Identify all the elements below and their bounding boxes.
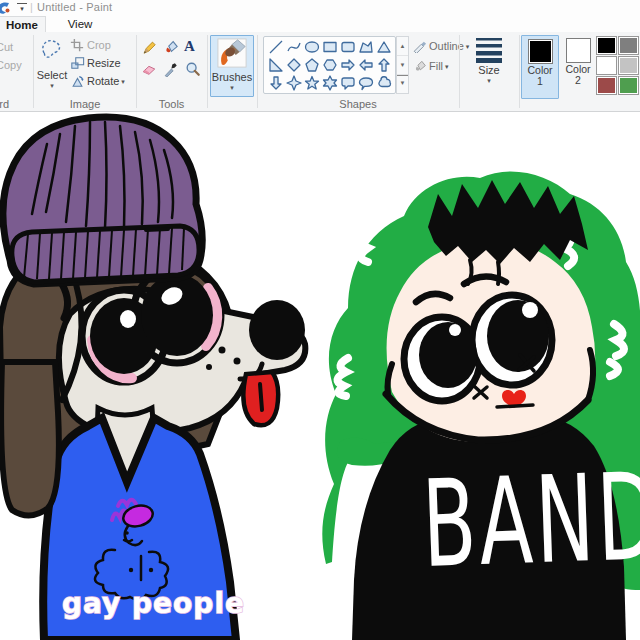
shape-five-point-star-icon[interactable] xyxy=(303,74,320,91)
shape-cloud-callout-icon[interactable] xyxy=(375,74,392,91)
group-clipboard: ✂Cut ⧉Copy Clipboard xyxy=(0,32,37,111)
shape-four-point-star-icon[interactable] xyxy=(285,74,302,91)
group-tools: A Tools xyxy=(138,32,205,111)
palette-swatch[interactable] xyxy=(596,76,617,95)
shape-pentagon-icon[interactable] xyxy=(303,56,320,73)
shape-six-point-star-icon[interactable] xyxy=(321,74,338,91)
person-drawing: BAND xyxy=(322,171,640,640)
select-button[interactable]: Select▾ xyxy=(36,36,68,89)
shapes-more-icon[interactable]: ▼ xyxy=(397,75,408,92)
shape-up-arrow-icon[interactable] xyxy=(375,56,392,73)
qat-customize-icon[interactable]: ▾ xyxy=(17,3,27,14)
shape-curve-icon[interactable] xyxy=(285,38,302,55)
shape-oval-icon[interactable] xyxy=(303,38,320,55)
palette-swatch[interactable] xyxy=(618,36,639,55)
dog-nose xyxy=(249,300,305,360)
shape-rounded-callout-icon[interactable] xyxy=(339,74,356,91)
shape-right-triangle-icon[interactable] xyxy=(267,56,284,73)
dog-shirt-text: gay people xyxy=(62,587,245,620)
magnifier-tool[interactable] xyxy=(184,61,201,78)
group-label-tools: Tools xyxy=(138,98,205,110)
shape-triangle-icon[interactable] xyxy=(375,38,392,55)
color1-swatch xyxy=(528,39,553,64)
eraser-tool[interactable] xyxy=(140,61,157,78)
shape-left-arrow-icon[interactable] xyxy=(357,56,374,73)
group-brushes: Brushes▾ xyxy=(209,32,255,111)
shape-rectangle-icon[interactable] xyxy=(321,38,338,55)
brush-icon xyxy=(217,38,247,68)
group-label-clipboard: Clipboard xyxy=(0,98,8,110)
tab-view[interactable]: View xyxy=(58,16,102,32)
palette-swatch[interactable] xyxy=(618,76,639,95)
fill-bucket-icon xyxy=(162,39,179,55)
palette-swatch[interactable] xyxy=(596,36,617,55)
outline-icon xyxy=(412,39,429,54)
titlebar: ▾ | Untitled - Paint xyxy=(0,0,640,16)
group-label-shapes: Shapes xyxy=(259,98,457,110)
separator xyxy=(136,35,137,108)
paint-canvas[interactable]: BAND xyxy=(0,112,640,640)
group-size: Size▾ xyxy=(461,32,517,111)
cut-button[interactable]: ✂Cut xyxy=(0,39,13,56)
shape-oval-callout-icon[interactable] xyxy=(357,74,374,91)
shape-hexagon-icon[interactable] xyxy=(321,56,338,73)
shape-line-icon[interactable] xyxy=(267,38,284,55)
color2-swatch xyxy=(566,38,591,63)
titlebar-divider: | xyxy=(30,1,33,13)
size-lines-icon xyxy=(474,37,504,63)
shape-polygon-icon[interactable] xyxy=(357,38,374,55)
eyedropper-icon xyxy=(162,61,179,77)
pencil-tool[interactable] xyxy=(140,39,157,56)
resize-button[interactable]: Resize xyxy=(70,55,121,72)
ribbon: ✂Cut ⧉Copy Clipboard Select▾ Crop xyxy=(0,32,640,112)
shape-rounded-rectangle-icon[interactable] xyxy=(339,38,356,55)
dog-beanie xyxy=(3,117,202,284)
shapes-scroll-down-icon[interactable]: ▼ xyxy=(397,56,408,75)
crop-icon xyxy=(70,38,87,53)
separator xyxy=(257,35,258,108)
dog-tongue-line xyxy=(260,384,262,410)
shapes-grid xyxy=(263,36,396,94)
select-lasso-icon xyxy=(39,36,65,66)
shape-diamond-icon[interactable] xyxy=(285,56,302,73)
fill-style-button[interactable]: Fill ▾ xyxy=(412,58,449,75)
group-image: Select▾ Crop Resize Rotate ▾ Image xyxy=(36,32,134,111)
fill-style-icon xyxy=(412,59,429,74)
resize-icon xyxy=(70,56,87,71)
palette-swatch[interactable] xyxy=(596,56,617,75)
size-button[interactable]: Size▾ xyxy=(469,37,509,84)
group-label-image: Image xyxy=(36,98,134,110)
shape-down-arrow-icon[interactable] xyxy=(267,74,284,91)
paint-app-icon xyxy=(0,1,12,15)
window-title: Untitled - Paint xyxy=(37,1,112,13)
palette-swatch[interactable] xyxy=(618,56,639,75)
tab-home[interactable]: Home xyxy=(0,16,46,33)
crop-button[interactable]: Crop xyxy=(70,37,111,54)
magnifier-icon xyxy=(184,61,201,77)
fill-tool[interactable] xyxy=(162,39,179,56)
pencil-icon xyxy=(140,39,157,55)
person-shirt-text: BAND xyxy=(420,446,640,594)
shapes-scrollbar: ▲ ▼ ▼ xyxy=(396,36,409,94)
rotate-icon xyxy=(70,74,87,89)
color1-button[interactable]: Color 1 xyxy=(521,35,559,99)
shape-right-arrow-icon[interactable] xyxy=(339,56,356,73)
separator xyxy=(33,35,34,108)
copy-button[interactable]: ⧉Copy xyxy=(0,57,22,74)
shapes-scroll-up-icon[interactable]: ▲ xyxy=(397,37,408,56)
separator xyxy=(207,35,208,108)
separator xyxy=(459,35,460,108)
brushes-button[interactable]: Brushes▾ xyxy=(210,35,254,97)
color2-button[interactable]: Color 2 xyxy=(560,35,596,97)
group-shapes: ▲ ▼ ▼ Outline ▾ Fill ▾ Shapes xyxy=(259,32,457,111)
dog-drawing: gay people xyxy=(0,117,305,640)
person-mouth-line xyxy=(497,405,533,407)
ribbon-tabbar: Home View xyxy=(0,16,640,32)
eraser-icon xyxy=(140,61,157,77)
paint-window: ▾ | Untitled - Paint Home View ✂Cut ⧉Cop… xyxy=(0,0,640,640)
rotate-button[interactable]: Rotate ▾ xyxy=(70,73,125,90)
dog-ear xyxy=(1,362,59,516)
text-tool[interactable]: A xyxy=(184,38,195,55)
eyedropper-tool[interactable] xyxy=(162,61,179,78)
